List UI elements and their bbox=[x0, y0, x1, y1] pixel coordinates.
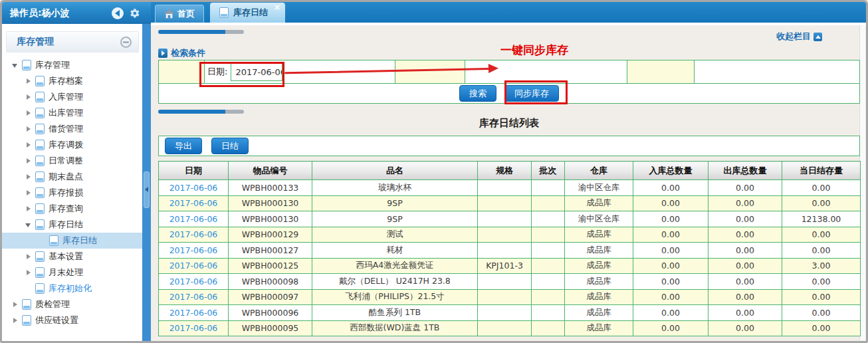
sidebar-tree-item[interactable]: 日常调整 bbox=[2, 153, 142, 169]
cell-spec bbox=[478, 320, 532, 336]
tree-expander-icon[interactable] bbox=[25, 77, 34, 85]
sidebar-tree-item[interactable]: 库存报损 bbox=[2, 185, 142, 201]
date-link[interactable]: 2017-06-06 bbox=[169, 198, 218, 208]
sidebar-splitter[interactable] bbox=[142, 24, 151, 341]
tree-expander-icon[interactable] bbox=[25, 205, 34, 213]
cell-out-qty: 0.00 bbox=[708, 258, 782, 274]
table-row[interactable]: 2017-06-06 WPBH000098 戴尔（DELL） U2417H 23… bbox=[159, 274, 861, 290]
tree-expander-icon[interactable] bbox=[12, 316, 21, 324]
date-link[interactable]: 2017-06-06 bbox=[169, 323, 218, 333]
document-icon bbox=[35, 203, 45, 214]
tree-expander-icon[interactable] bbox=[25, 285, 34, 292]
tab-close-icon[interactable]: × bbox=[274, 3, 280, 11]
table-row[interactable]: 2017-06-06 WPBH000129 测试 成品库 0.00 0.00 0… bbox=[159, 227, 861, 243]
tab-home[interactable]: 首页 bbox=[155, 5, 204, 23]
cell-item-code: WPBH000133 bbox=[229, 180, 312, 196]
collapse-section-icon[interactable] bbox=[120, 37, 132, 48]
sidebar-tree-item[interactable]: 库存日结 bbox=[2, 233, 142, 249]
sidebar-tree-item[interactable]: 基本设置 bbox=[2, 249, 142, 265]
table-row[interactable]: 2017-06-06 WPBH000130 9SP 成品库 0.00 0.00 … bbox=[159, 195, 861, 211]
sidebar-tree-item[interactable]: 月末处理 bbox=[2, 265, 142, 281]
table-header-cell[interactable]: 当日结存量 bbox=[782, 162, 861, 180]
tree-expander-icon[interactable] bbox=[25, 221, 34, 229]
date-link[interactable]: 2017-06-06 bbox=[169, 292, 218, 302]
table-row[interactable]: 2017-06-06 WPBH000127 耗材 成品库 0.00 0.00 0… bbox=[159, 243, 861, 259]
tree-expander-icon[interactable] bbox=[25, 109, 34, 117]
tree-expander-icon[interactable] bbox=[25, 189, 34, 197]
tree-expander-icon[interactable] bbox=[25, 253, 34, 261]
table-row[interactable]: 2017-06-06 WPBH000133 玻璃水杯 渝中区仓库 0.00 0.… bbox=[159, 180, 861, 196]
sidebar-tree-item[interactable]: 库存初始化 bbox=[2, 281, 142, 296]
table-header-cell[interactable]: 物品编号 bbox=[229, 162, 312, 180]
sidebar-tree-item[interactable]: 库存查询 bbox=[2, 201, 142, 217]
tree-expander-icon[interactable] bbox=[39, 237, 48, 245]
export-button[interactable]: 导出 bbox=[165, 138, 202, 154]
table-header-cell[interactable]: 品名 bbox=[312, 162, 478, 180]
collapse-panel-control[interactable]: 收起栏目 bbox=[776, 31, 822, 43]
tree-expander-icon[interactable] bbox=[25, 141, 34, 149]
gear-icon[interactable] bbox=[130, 8, 140, 19]
back-icon[interactable] bbox=[112, 7, 124, 19]
sidebar-tree-item[interactable]: 库存调拨 bbox=[2, 137, 142, 153]
table-header-cell[interactable]: 批次 bbox=[532, 162, 565, 180]
sidebar-item-label: 期末盘点 bbox=[49, 171, 83, 183]
tree-expander-icon[interactable] bbox=[25, 157, 34, 165]
sidebar-tree-item[interactable]: 供应链设置 bbox=[2, 312, 142, 328]
sidebar-tree-item[interactable]: 入库管理 bbox=[2, 89, 142, 105]
tree-expander-icon[interactable] bbox=[12, 61, 21, 69]
date-link[interactable]: 2017-06-06 bbox=[169, 183, 218, 193]
table-row[interactable]: 2017-06-06 WPBH000125 西玛A4激光金额凭证 KPJ101-… bbox=[159, 258, 861, 274]
horizontal-scrollbar[interactable] bbox=[158, 110, 244, 114]
tree-expander-icon[interactable] bbox=[25, 173, 34, 181]
date-link[interactable]: 2017-06-06 bbox=[169, 214, 218, 224]
date-link[interactable]: 2017-06-06 bbox=[169, 229, 218, 239]
table-row[interactable]: 2017-06-06 WPBH000097 飞利浦（PHILIPS）21.5寸 … bbox=[159, 289, 861, 305]
search-conditions-header[interactable]: 检索条件 bbox=[158, 47, 205, 59]
tab-inventory-daily[interactable]: 库存日结 × bbox=[210, 3, 285, 23]
sidebar-tree-item[interactable]: 库存日结 bbox=[2, 217, 142, 233]
date-link[interactable]: 2017-06-06 bbox=[169, 261, 218, 271]
expand-right-icon[interactable] bbox=[158, 49, 167, 58]
search-form-row: 日期: bbox=[159, 60, 859, 83]
table-row[interactable]: 2017-06-06 WPBH000130 9SP 渝中区仓库 0.00 0.0… bbox=[159, 211, 861, 227]
sidebar-tree-item[interactable]: 期末盘点 bbox=[2, 169, 142, 185]
table-header-cell[interactable]: 日期 bbox=[159, 162, 229, 180]
cell-warehouse: 成品库 bbox=[565, 243, 633, 259]
table-header-cell[interactable]: 出库总数量 bbox=[708, 162, 782, 180]
sidebar-tree-item[interactable]: 质检管理 bbox=[2, 296, 142, 312]
tree-expander-icon[interactable] bbox=[25, 93, 34, 101]
cell-batch bbox=[532, 195, 565, 211]
sidebar-tree-item[interactable]: 出库管理 bbox=[2, 105, 142, 121]
table-header-row: 日期物品编号品名规格批次仓库入库总数量出库总数量当日结存量 bbox=[159, 162, 861, 180]
table-header-cell[interactable]: 规格 bbox=[478, 162, 532, 180]
cell-spec bbox=[478, 180, 532, 196]
search-buttons-row: 搜索 同步库存 bbox=[159, 83, 859, 103]
tree-expander-icon[interactable] bbox=[12, 300, 21, 308]
cell-batch bbox=[532, 289, 565, 305]
table-row[interactable]: 2017-06-06 WPBH000095 西部数据(WD)蓝盘 1TB 成品库… bbox=[159, 320, 861, 336]
table-header-cell[interactable]: 入库总数量 bbox=[633, 162, 708, 180]
sync-inventory-button[interactable]: 同步库存 bbox=[504, 85, 559, 102]
daily-settle-button[interactable]: 日结 bbox=[211, 138, 249, 154]
table-row[interactable]: 2017-06-06 WPBH000096 酷鱼系列 1TB 成品库 0.00 … bbox=[159, 305, 861, 321]
tree-expander-icon[interactable] bbox=[25, 269, 34, 277]
sidebar-section-header[interactable]: 库存管理 bbox=[6, 31, 139, 53]
table-header-cell[interactable]: 仓库 bbox=[565, 162, 633, 180]
sidebar-tree-item[interactable]: 借货管理 bbox=[2, 121, 142, 137]
operator-bar: 操作员:杨小波 bbox=[2, 2, 151, 24]
tree-expander-icon[interactable] bbox=[25, 125, 34, 133]
date-link[interactable]: 2017-06-06 bbox=[169, 308, 218, 318]
splitter-collapse-handle[interactable] bbox=[144, 172, 150, 208]
collapse-up-icon[interactable] bbox=[814, 33, 822, 41]
date-link[interactable]: 2017-06-06 bbox=[169, 277, 218, 286]
sidebar-item-label: 供应链设置 bbox=[35, 314, 78, 326]
search-button[interactable]: 搜索 bbox=[459, 85, 496, 102]
sidebar-tree-item[interactable]: 库存档案 bbox=[2, 73, 142, 89]
date-input[interactable] bbox=[231, 62, 282, 81]
horizontal-scrollbar[interactable] bbox=[158, 30, 244, 34]
cell-spec bbox=[478, 274, 532, 290]
cell-in-qty: 0.00 bbox=[633, 320, 708, 336]
date-link[interactable]: 2017-06-06 bbox=[169, 245, 218, 255]
cell-batch bbox=[532, 305, 565, 321]
sidebar-tree-item[interactable]: 库存管理 bbox=[2, 57, 142, 73]
